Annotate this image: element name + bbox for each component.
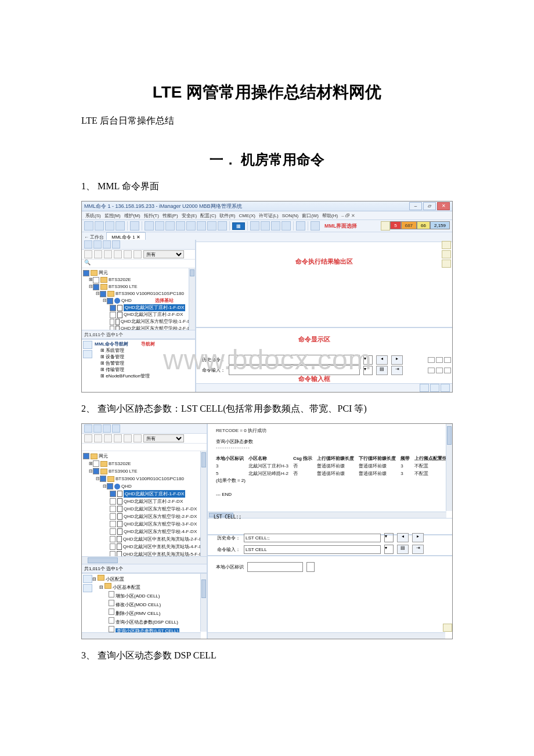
- panel-icon[interactable]: [93, 240, 102, 249]
- next-button[interactable]: ▸: [412, 533, 424, 542]
- tree-scrollbar[interactable]: [200, 451, 207, 556]
- toolbar-icon[interactable]: [250, 221, 259, 231]
- filter-icon[interactable]: [134, 250, 142, 258]
- toolbar-icon[interactable]: [296, 221, 305, 231]
- filter-icon[interactable]: [114, 434, 122, 442]
- menu-help[interactable]: 帮助(H): [321, 213, 339, 219]
- filter-icon[interactable]: [84, 434, 92, 442]
- history-input[interactable]: [229, 355, 360, 365]
- menu-license[interactable]: 许可证(L): [258, 213, 280, 219]
- panel-icon[interactable]: [442, 241, 451, 249]
- menu-system[interactable]: 系统(S): [84, 213, 102, 219]
- filter-icon[interactable]: [94, 250, 102, 258]
- panel-icon[interactable]: [83, 575, 92, 583]
- history-input[interactable]: [244, 534, 381, 542]
- dropdown-icon[interactable]: ▾: [363, 355, 373, 365]
- menu-config[interactable]: 配置(C): [199, 213, 217, 219]
- toolbar-icon[interactable]: [261, 221, 270, 231]
- exec-button[interactable]: ⇥: [412, 545, 424, 554]
- toolbar-icon[interactable]: [186, 221, 196, 231]
- maximize-button[interactable]: ▱: [423, 202, 436, 210]
- panel-icon[interactable]: [103, 424, 111, 433]
- menu-security[interactable]: 安全(E): [181, 213, 199, 219]
- panel-icon[interactable]: [112, 424, 120, 433]
- toolbar-icon[interactable]: [145, 221, 154, 231]
- mml-tab-button[interactable]: ▦: [232, 222, 245, 230]
- toolbar-icon[interactable]: [116, 221, 125, 231]
- panel-icon[interactable]: [442, 250, 451, 258]
- menu-monitor[interactable]: 监控(M): [103, 213, 122, 219]
- next-button[interactable]: ▸: [391, 355, 403, 365]
- ne-tree[interactable]: 网元 ⊞BTS3202E ⊟BTS3900 LTE ⊟BTS3900 V100R…: [82, 451, 207, 556]
- filter-icon[interactable]: [124, 250, 132, 258]
- param-hscroll[interactable]: [208, 632, 445, 639]
- filter-select[interactable]: 所有: [143, 250, 184, 258]
- panel-icon[interactable]: [443, 624, 452, 632]
- cfg-hscroll[interactable]: [82, 632, 201, 639]
- toolbar-icon[interactable]: [271, 221, 280, 231]
- toolbar-icon[interactable]: [197, 221, 206, 231]
- toolbar-icon[interactable]: [130, 221, 139, 231]
- toolbar-icon[interactable]: [176, 221, 185, 231]
- mdi-controls[interactable]: – 🗗 ✕: [340, 213, 450, 218]
- filter-icon[interactable]: [124, 434, 132, 442]
- close-button[interactable]: ✕: [437, 202, 450, 210]
- cmd-input[interactable]: [244, 545, 381, 554]
- menu-window[interactable]: 窗口(W): [301, 213, 320, 219]
- dropdown-icon[interactable]: ▾: [384, 533, 394, 542]
- panel-icon[interactable]: [441, 384, 450, 392]
- menu-topo[interactable]: 拓扑(T): [143, 213, 160, 219]
- toolbar-icon[interactable]: [282, 221, 291, 231]
- toolbar-icon[interactable]: [207, 221, 217, 231]
- filter-icon[interactable]: [94, 434, 102, 442]
- spinner-icon[interactable]: [306, 562, 315, 572]
- dropdown-icon[interactable]: ▾: [384, 545, 394, 554]
- toolbar-icon[interactable]: [218, 221, 227, 231]
- toolbar-icon[interactable]: [311, 221, 320, 231]
- tree-hscrollbar[interactable]: [82, 556, 207, 564]
- panel-icon[interactable]: [112, 240, 120, 249]
- save-icon[interactable]: [381, 221, 390, 231]
- filter-icon[interactable]: [104, 434, 112, 442]
- cmd-input[interactable]: [229, 365, 360, 375]
- panel-icon[interactable]: [93, 424, 102, 433]
- out-vscroll[interactable]: [446, 424, 452, 511]
- cfg-vscroll[interactable]: [200, 574, 207, 632]
- panel-icon[interactable]: [84, 424, 92, 433]
- assist-button[interactable]: ▤: [376, 366, 388, 375]
- panel-icon[interactable]: [442, 260, 451, 268]
- toolbar-icon[interactable]: [155, 221, 164, 231]
- config-tree[interactable]: ⊟ 小区配置 ⊟ 小区基本配置 增加小区(ADD CELL) 修改小区(MOD …: [82, 573, 207, 639]
- assist-button[interactable]: ▤: [397, 545, 409, 554]
- panel-icon[interactable]: [103, 240, 111, 249]
- panel-icon[interactable]: [84, 240, 92, 249]
- toolbar-icon[interactable]: [105, 221, 114, 231]
- menu-son[interactable]: SON(N): [281, 213, 300, 218]
- menu-software[interactable]: 软件(R): [218, 213, 236, 219]
- prev-button[interactable]: ◂: [376, 355, 388, 365]
- minimize-button[interactable]: –: [409, 202, 422, 210]
- menu-perf[interactable]: 性能(P): [161, 213, 179, 219]
- panel-icon[interactable]: [430, 384, 439, 392]
- alarm-warning[interactable]: 2,159: [430, 221, 450, 229]
- toolbar-icon[interactable]: [165, 221, 175, 231]
- tree-scrollbar[interactable]: [189, 268, 195, 330]
- toolbar-icon[interactable]: [95, 221, 104, 231]
- filter-select[interactable]: 所有: [143, 434, 184, 442]
- prev-button[interactable]: ◂: [397, 533, 409, 542]
- toolbar-icon[interactable]: [84, 221, 93, 231]
- panel-icon[interactable]: [83, 584, 92, 592]
- dropdown-icon[interactable]: ▾: [363, 366, 373, 375]
- ne-tree[interactable]: 网元 ⊞BTS3202E ⊟BTS3900 LTE ⊟BTS3900 V100R…: [82, 268, 195, 330]
- filter-icon[interactable]: [114, 250, 122, 258]
- filter-icon[interactable]: [134, 434, 142, 442]
- menu-maintain[interactable]: 维护(M): [123, 213, 142, 219]
- alarm-critical[interactable]: 5: [390, 221, 400, 229]
- filter-icon[interactable]: [104, 250, 112, 258]
- alarm-minor[interactable]: 66: [417, 221, 430, 229]
- panel-icon[interactable]: [83, 350, 92, 358]
- panel-icon[interactable]: [420, 384, 429, 392]
- alarm-major[interactable]: 687: [401, 221, 417, 229]
- exec-button[interactable]: ⇥: [391, 366, 403, 375]
- param-input[interactable]: [247, 562, 303, 572]
